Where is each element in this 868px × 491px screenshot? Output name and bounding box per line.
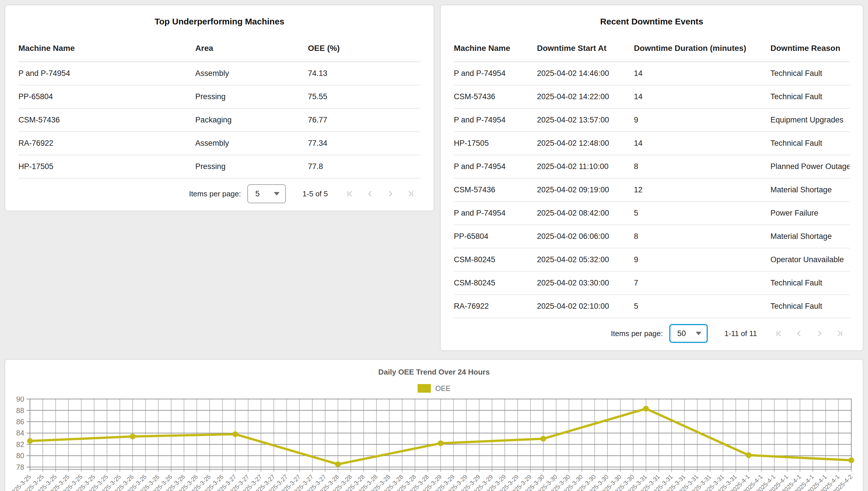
items-per-page-label: Items per page: (189, 190, 241, 198)
table-row: PP-65804 Pressing 75.55 (19, 85, 420, 109)
downtime-start-cell: 2025-04-02 14:46:00 (537, 69, 634, 78)
underperforming-paginator: Items per page: 5 1-5 of 5 (19, 178, 420, 209)
oee-cell: 77.8 (308, 162, 420, 171)
downtime-duration-cell: 7 (634, 279, 771, 287)
svg-text:90: 90 (16, 397, 24, 403)
underperforming-table-header: Machine Name Area OEE (%) (19, 39, 420, 62)
machine-name-cell: CSM-57436 (454, 185, 537, 194)
next-page-icon (386, 189, 395, 198)
chart-title: Daily OEE Trend Over 24 Hours (11, 368, 857, 377)
column-header-downtime-reason: Downtime Reason (771, 44, 849, 53)
page-size-value: 50 (677, 329, 686, 338)
machine-name-cell: RA-76922 (454, 302, 537, 311)
downtime-duration-cell: 8 (634, 232, 771, 241)
previous-page-icon (795, 329, 804, 338)
range-label: 1-5 of 5 (303, 190, 328, 198)
first-page-button[interactable] (769, 323, 789, 344)
table-row: HP-17505 Pressing 77.8 (19, 155, 420, 178)
table-row: CSM-80245 2025-04-02 05:32:00 9 Operator… (454, 249, 849, 272)
underperforming-card-title: Top Underperforming Machines (19, 17, 420, 26)
column-header-oee: OEE (%) (308, 44, 420, 53)
page-size-value: 5 (255, 190, 260, 198)
area-cell: Packaging (195, 116, 308, 124)
machine-name-cell: PP-65804 (19, 92, 195, 101)
last-page-button[interactable] (400, 184, 420, 204)
svg-text:88: 88 (16, 406, 24, 414)
machine-name-cell: CSM-80245 (454, 255, 537, 264)
table-row: CSM-80245 2025-04-02 03:30:00 7 Technica… (454, 272, 849, 295)
downtime-table-body: P and P-74954 2025-04-02 14:46:00 14 Tec… (454, 62, 849, 318)
downtime-reason-cell: Technical Fault (771, 92, 849, 101)
table-row: PP-65804 2025-04-02 06:06:00 8 Material … (454, 225, 849, 249)
downtime-duration-cell: 12 (634, 185, 771, 194)
downtime-reason-cell: Power Failure (771, 209, 849, 218)
table-row: P and P-74954 2025-04-02 14:46:00 14 Tec… (454, 62, 849, 85)
machine-name-cell: HP-17505 (454, 139, 537, 148)
previous-page-button[interactable] (789, 323, 809, 344)
top-row: Top Underperforming Machines Machine Nam… (5, 5, 863, 351)
machine-name-cell: PP-65804 (454, 232, 537, 241)
downtime-reason-cell: Material Shortage (771, 232, 849, 241)
downtime-card-title: Recent Downtime Events (454, 17, 849, 26)
area-cell: Pressing (195, 162, 308, 171)
area-cell: Assembly (195, 69, 308, 78)
page-size-select[interactable]: 50 (669, 324, 708, 343)
column-header-downtime-duration: Downtime Duration (minutes) (634, 44, 771, 53)
machine-name-cell: P and P-74954 (454, 162, 537, 171)
table-row: RA-76922 2025-04-02 02:10:00 5 Technical… (454, 295, 849, 318)
downtime-duration-cell: 9 (634, 255, 771, 264)
first-page-icon (345, 189, 355, 198)
next-page-button[interactable] (809, 323, 830, 344)
downtime-start-cell: 2025-04-02 11:10:00 (537, 162, 634, 171)
downtime-reason-cell: Technical Fault (771, 279, 849, 287)
downtime-table-header: Machine Name Downtime Start At Downtime … (454, 39, 849, 62)
page-size-select[interactable]: 5 (247, 184, 286, 203)
previous-page-icon (366, 189, 375, 198)
pager-controls (340, 184, 420, 204)
downtime-duration-cell: 5 (634, 209, 771, 218)
downtime-duration-cell: 14 (634, 69, 771, 78)
oee-cell: 74.13 (308, 69, 420, 78)
column-header-machine-name: Machine Name (454, 44, 537, 53)
downtime-start-cell: 2025-04-02 13:57:00 (537, 116, 634, 124)
previous-page-button[interactable] (360, 184, 380, 204)
downtime-start-cell: 2025-04-02 06:06:00 (537, 232, 634, 241)
table-row: CSM-57436 2025-04-02 09:19:00 12 Materia… (454, 178, 849, 202)
machine-name-cell: P and P-74954 (454, 69, 537, 78)
downtime-reason-cell: Planned Power Outage (771, 162, 849, 171)
downtime-start-cell: 2025-04-02 09:19:00 (537, 185, 634, 194)
machine-name-cell: RA-76922 (19, 139, 195, 148)
last-page-button[interactable] (830, 323, 849, 344)
svg-text:84: 84 (16, 429, 24, 437)
underperforming-table-body: P and P-74954 Assembly 74.13 PP-65804 Pr… (19, 62, 420, 178)
svg-text:82: 82 (16, 440, 24, 449)
column-header-machine-name: Machine Name (19, 44, 195, 53)
oee-cell: 77.34 (308, 139, 420, 148)
area-cell: Assembly (195, 139, 308, 148)
dropdown-caret-icon (696, 332, 701, 335)
svg-text:80: 80 (16, 452, 24, 460)
downtime-start-cell: 2025-04-02 05:32:00 (537, 255, 634, 264)
downtime-start-cell: 2025-04-02 02:10:00 (537, 302, 634, 311)
next-page-button[interactable] (380, 184, 400, 204)
last-page-icon (406, 189, 415, 198)
downtime-start-cell: 2025-04-02 08:42:00 (537, 209, 634, 218)
items-per-page-label: Items per page: (611, 329, 663, 338)
downtime-reason-cell: Material Shortage (771, 185, 849, 194)
downtime-start-cell: 2025-04-02 14:22:00 (537, 92, 634, 101)
downtime-reason-cell: Technical Fault (771, 69, 849, 78)
table-row: P and P-74954 2025-04-02 08:42:00 5 Powe… (454, 202, 849, 225)
downtime-reason-cell: Technical Fault (771, 302, 849, 311)
pager-controls (769, 323, 849, 344)
downtime-duration-cell: 14 (634, 139, 771, 148)
column-header-downtime-start: Downtime Start At (537, 44, 634, 53)
downtime-duration-cell: 9 (634, 116, 771, 124)
table-row: P and P-74954 2025-04-02 13:57:00 9 Equi… (454, 109, 849, 132)
table-row: CSM-57436 2025-04-02 14:22:00 14 Technic… (454, 85, 849, 109)
first-page-button[interactable] (340, 184, 360, 204)
machine-name-cell: P and P-74954 (19, 69, 195, 78)
chart-legend: OEE (11, 384, 857, 393)
downtime-start-cell: 2025-04-02 03:30:00 (537, 279, 634, 287)
dashboard-page: Top Underperforming Machines Machine Nam… (0, 0, 868, 491)
svg-text:86: 86 (16, 418, 24, 426)
